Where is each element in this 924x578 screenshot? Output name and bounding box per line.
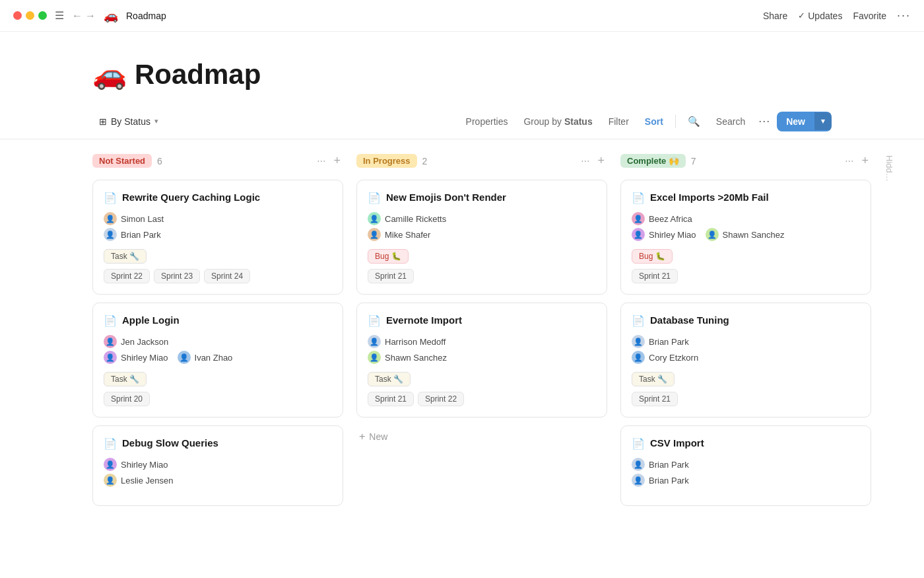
column-add-button[interactable]: + <box>595 153 607 169</box>
avatar: 👤 <box>368 351 381 364</box>
card-tag[interactable]: Bug 🐛 <box>632 249 673 264</box>
column-add-button[interactable]: + <box>859 153 871 169</box>
search-icon[interactable]: 🔍 <box>681 112 707 131</box>
sprint-tag[interactable]: Sprint 21 <box>632 269 678 283</box>
card-title-row: 📄 Evernote Import <box>368 314 596 327</box>
toolbar: ⊞ By Status ▾ Properties Group by Status… <box>0 104 924 139</box>
card-sprints: Sprint 21 <box>632 392 860 406</box>
card-tag[interactable]: Bug 🐛 <box>368 249 409 264</box>
person-row: 👤 Brian Park <box>632 335 860 348</box>
column-more-button[interactable]: ··· <box>578 154 592 168</box>
new-button[interactable]: New ▾ <box>777 112 832 131</box>
toolbar-right: Properties Group by Status Filter Sort 🔍… <box>459 110 832 132</box>
more-options-button[interactable]: ··· <box>897 9 911 22</box>
person-name: Shawn Sanchez <box>385 353 447 363</box>
new-button-arrow[interactable]: ▾ <box>814 112 832 130</box>
person-name: Camille Ricketts <box>385 214 446 224</box>
avatar: 👤 <box>368 335 381 348</box>
person-row: 👤 Brian Park <box>632 458 860 471</box>
card-title-row: 📄 Excel Imports >20Mb Fail <box>632 191 860 204</box>
sprint-tag[interactable]: Sprint 24 <box>204 269 250 283</box>
person-row: 👤 Simon Last <box>104 212 332 225</box>
person-row: 👤 Shirley Miao <box>104 458 332 471</box>
updates-button[interactable]: ✓ Updates <box>798 11 842 21</box>
person-name: Shirley Miao <box>121 460 168 470</box>
person-row: 👤 Jen Jackson <box>104 335 332 348</box>
person-name: Leslie Jensen <box>121 476 174 486</box>
sprint-tag[interactable]: Sprint 20 <box>104 392 150 406</box>
new-card-button[interactable]: +New <box>356 425 607 448</box>
task-card[interactable]: 📄 CSV Import 👤 Brian Park 👤 Brian Park <box>620 425 871 506</box>
card-tags: Task 🔧 <box>368 372 596 386</box>
column-complete: Complete 🙌 7 ··· + 📄 Excel Imports >20Mb… <box>620 150 871 578</box>
doc-icon: 📄 <box>104 437 117 450</box>
properties-button[interactable]: Properties <box>459 112 515 131</box>
task-card[interactable]: 📄 Rewrite Query Caching Logic 👤 Simon La… <box>92 180 343 295</box>
column-add-button[interactable]: + <box>331 153 343 169</box>
share-button[interactable]: Share <box>763 11 787 21</box>
card-title-row: 📄 CSV Import <box>632 437 860 450</box>
filter-button[interactable]: Filter <box>602 112 636 131</box>
card-tag[interactable]: Task 🔧 <box>104 249 147 264</box>
doc-icon: 📄 <box>368 314 381 327</box>
page-icon-small: 🚗 <box>104 9 118 23</box>
toolbar-more-button[interactable]: ··· <box>754 110 774 132</box>
sprint-tag[interactable]: Sprint 22 <box>418 392 464 406</box>
page-title-small: Roadmap <box>126 11 166 21</box>
card-tag[interactable]: Task 🔧 <box>104 372 147 386</box>
task-card[interactable]: 📄 Evernote Import 👤 Harrison Medoff 👤 Sh… <box>356 303 607 417</box>
toolbar-left: ⊞ By Status ▾ <box>92 112 165 131</box>
columns-area: Not Started 6 ··· + 📄 Rewrite Query Cach… <box>0 139 924 578</box>
person-name: Beez Africa <box>649 214 692 224</box>
column-count: 6 <box>157 156 162 166</box>
sprint-tag[interactable]: Sprint 21 <box>368 392 414 406</box>
column-header: Complete 🙌 7 ··· + <box>620 150 871 172</box>
card-tag[interactable]: Task 🔧 <box>632 372 675 386</box>
card-title: CSV Import <box>650 437 704 450</box>
card-tag[interactable]: Task 🔧 <box>368 372 411 386</box>
sprint-tag[interactable]: Sprint 21 <box>632 392 678 406</box>
search-button[interactable]: Search <box>710 112 752 131</box>
sort-button[interactable]: Sort <box>638 112 670 131</box>
avatar: 👤 <box>178 351 191 364</box>
column-header: In Progress 2 ··· + <box>356 150 607 172</box>
card-people: 👤 Beez Africa 👤 Shirley Miao 👤 Shawn San… <box>632 212 860 241</box>
new-button-label[interactable]: New <box>777 112 814 131</box>
traffic-light-red[interactable] <box>13 11 22 20</box>
hamburger-menu[interactable]: ☰ <box>55 9 64 22</box>
column-in-progress: In Progress 2 ··· + 📄 New Emojis Don't R… <box>356 150 607 578</box>
column-more-button[interactable]: ··· <box>842 154 856 168</box>
chevron-down-icon: ▾ <box>154 117 158 126</box>
column-more-button[interactable]: ··· <box>314 154 328 168</box>
card-tags: Task 🔧 <box>104 372 332 386</box>
task-card[interactable]: 📄 Debug Slow Queries 👤 Shirley Miao 👤 Le… <box>92 425 343 506</box>
forward-arrow[interactable]: → <box>85 10 96 22</box>
task-card[interactable]: 📄 Excel Imports >20Mb Fail 👤 Beez Africa… <box>620 180 871 295</box>
sprint-tag[interactable]: Sprint 21 <box>368 269 414 283</box>
by-status-button[interactable]: ⊞ By Status ▾ <box>92 112 165 131</box>
group-by-button[interactable]: Group by Status <box>517 112 599 131</box>
traffic-light-yellow[interactable] <box>26 11 34 20</box>
check-icon: ✓ <box>798 11 805 20</box>
column-actions: ··· + <box>842 153 871 169</box>
card-sprints: Sprint 22Sprint 23Sprint 24 <box>104 269 332 283</box>
person-name: Brian Park <box>649 476 689 486</box>
card-people: 👤 Camille Ricketts 👤 Mike Shafer <box>368 212 596 241</box>
task-card[interactable]: 📄 Database Tuning 👤 Brian Park 👤 Cory Et… <box>620 303 871 417</box>
person-row: 👤 Cory Etzkorn <box>632 351 860 364</box>
person-row: 👤 Brian Park <box>632 474 860 487</box>
avatar: 👤 <box>632 212 645 225</box>
card-tags: Task 🔧 <box>104 249 332 264</box>
task-card[interactable]: 📄 New Emojis Don't Render 👤 Camille Rick… <box>356 180 607 295</box>
doc-icon: 📄 <box>104 314 117 327</box>
sprint-tag[interactable]: Sprint 22 <box>104 269 150 283</box>
favorite-button[interactable]: Favorite <box>853 11 886 21</box>
back-arrow[interactable]: ← <box>72 10 82 22</box>
traffic-light-green[interactable] <box>38 11 47 20</box>
person-name: Brian Park <box>121 230 161 240</box>
task-card[interactable]: 📄 Apple Login 👤 Jen Jackson 👤 Shirley Mi… <box>92 303 343 417</box>
card-people: 👤 Simon Last 👤 Brian Park <box>104 212 332 241</box>
person-row: 👤 Shirley Miao 👤 Ivan Zhao <box>104 351 332 364</box>
sprint-tag[interactable]: Sprint 23 <box>154 269 200 283</box>
avatar: 👤 <box>632 335 645 348</box>
